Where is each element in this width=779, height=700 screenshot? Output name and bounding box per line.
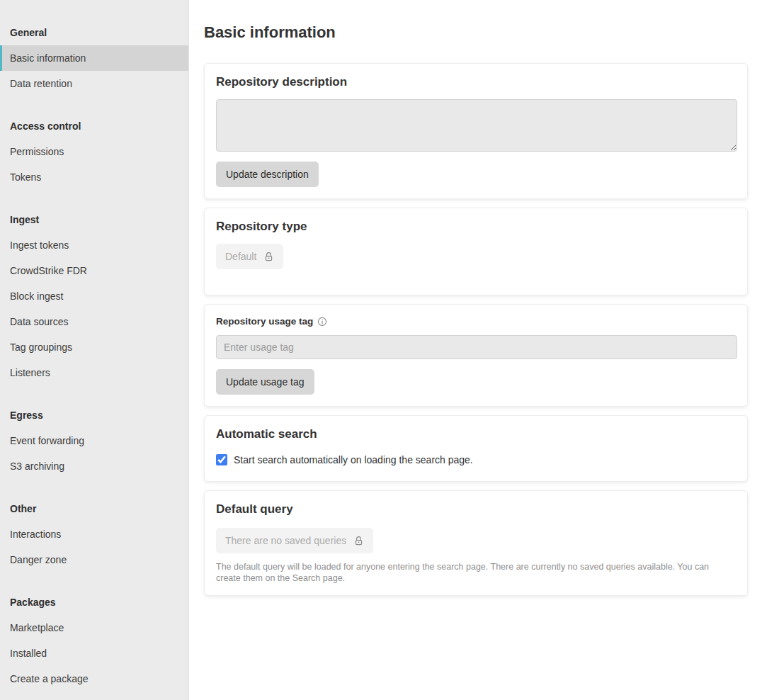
sidebar-section-header-other: Other xyxy=(0,496,188,521)
sidebar-item-installed[interactable]: Installed xyxy=(0,640,188,666)
sidebar-section-general: General Basic information Data retention xyxy=(0,20,188,96)
repository-type-value-label: Default xyxy=(225,251,256,262)
page-title: Basic information xyxy=(204,23,779,42)
repository-usage-tag-label: Repository usage tag xyxy=(216,316,313,327)
sidebar-item-marketplace[interactable]: Marketplace xyxy=(0,615,188,640)
repository-usage-tag-card: Repository usage tag Update usage tag xyxy=(204,304,748,407)
sidebar-item-data-retention[interactable]: Data retention xyxy=(0,71,188,96)
repository-description-card: Repository description Update descriptio… xyxy=(204,63,748,199)
sidebar-section-header-packages: Packages xyxy=(0,589,188,615)
automatic-search-checkbox-label: Start search automatically on loading th… xyxy=(234,454,473,465)
info-icon[interactable] xyxy=(317,317,327,327)
sidebar-section-header-egress: Egress xyxy=(0,402,188,428)
automatic-search-card: Automatic search Start search automatica… xyxy=(204,415,748,482)
sidebar-item-ingest-tokens[interactable]: Ingest tokens xyxy=(0,232,188,258)
sidebar-item-basic-information[interactable]: Basic information xyxy=(0,45,188,71)
sidebar-item-s3-archiving[interactable]: S3 archiving xyxy=(0,453,188,479)
sidebar-item-listeners[interactable]: Listeners xyxy=(0,360,188,385)
sidebar-item-create-a-package[interactable]: Create a package xyxy=(0,666,188,691)
default-query-help-text: The default query will be loaded for any… xyxy=(216,561,720,584)
update-usage-tag-button[interactable]: Update usage tag xyxy=(216,369,314,395)
sidebar-item-block-ingest[interactable]: Block ingest xyxy=(0,283,188,309)
sidebar-section-packages: Packages Marketplace Installed Create a … xyxy=(0,589,188,691)
repository-description-textarea[interactable] xyxy=(216,99,737,152)
default-query-card: Default query There are no saved queries… xyxy=(204,490,748,596)
sidebar-item-danger-zone[interactable]: Danger zone xyxy=(0,547,188,572)
sidebar-section-header-general: General xyxy=(0,20,188,45)
repository-type-card: Repository type Default xyxy=(204,208,748,295)
repository-description-title: Repository description xyxy=(216,75,736,89)
repository-type-value: Default xyxy=(216,244,283,269)
sidebar-item-crowdstrike-fdr[interactable]: CrowdStrike FDR xyxy=(0,258,188,283)
default-query-selector: There are no saved queries xyxy=(216,528,373,553)
sidebar-section-egress: Egress Event forwarding S3 archiving xyxy=(0,402,188,479)
lock-icon xyxy=(263,252,274,262)
sidebar-item-tokens[interactable]: Tokens xyxy=(0,164,188,190)
default-query-value-label: There are no saved queries xyxy=(225,535,346,546)
sidebar-item-data-sources[interactable]: Data sources xyxy=(0,309,188,334)
sidebar-section-access-control: Access control Permissions Tokens xyxy=(0,113,188,190)
sidebar-item-permissions[interactable]: Permissions xyxy=(0,139,188,164)
default-query-title: Default query xyxy=(216,502,736,516)
automatic-search-checkbox-row: Start search automatically on loading th… xyxy=(216,454,736,465)
repository-usage-tag-label-row: Repository usage tag xyxy=(216,316,736,327)
sidebar-item-event-forwarding[interactable]: Event forwarding xyxy=(0,428,188,453)
usage-tag-input[interactable] xyxy=(216,335,737,359)
settings-content: Basic information Repository description… xyxy=(189,0,779,700)
sidebar-item-interactions[interactable]: Interactions xyxy=(0,521,188,547)
automatic-search-title: Automatic search xyxy=(216,427,736,441)
settings-sidebar: General Basic information Data retention… xyxy=(0,0,189,700)
sidebar-section-ingest: Ingest Ingest tokens CrowdStrike FDR Blo… xyxy=(0,207,188,385)
sidebar-item-tag-groupings[interactable]: Tag groupings xyxy=(0,334,188,360)
lock-icon xyxy=(353,536,364,546)
update-description-button[interactable]: Update description xyxy=(216,162,319,187)
sidebar-section-other: Other Interactions Danger zone xyxy=(0,496,188,572)
sidebar-section-header-ingest: Ingest xyxy=(0,207,188,232)
sidebar-section-header-access-control: Access control xyxy=(0,113,188,139)
automatic-search-checkbox[interactable] xyxy=(216,454,227,465)
repository-type-title: Repository type xyxy=(216,220,736,234)
